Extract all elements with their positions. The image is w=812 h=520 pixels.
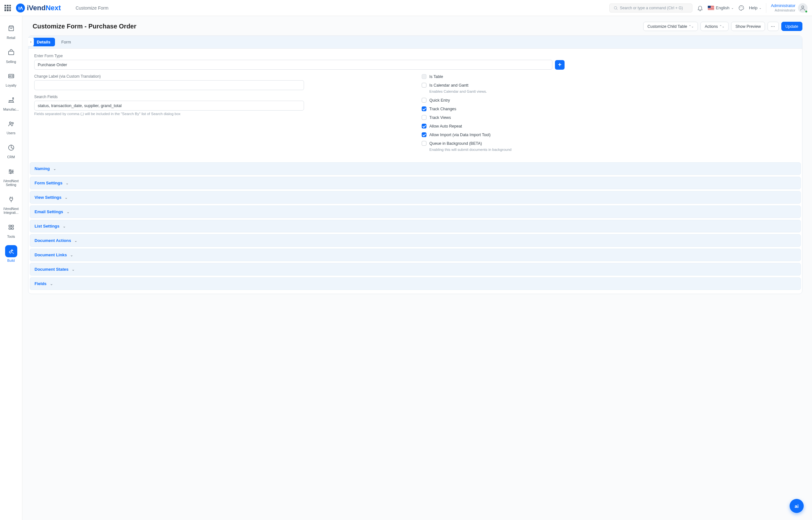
sidebar-item-loyalty[interactable]: Loyalty — [0, 67, 22, 91]
checkbox-quick-entry[interactable] — [422, 98, 427, 103]
checkbox-queue-bg[interactable] — [422, 141, 427, 146]
settings-sliders-icon — [5, 165, 17, 178]
more-menu-button[interactable]: ⋯ — [767, 22, 779, 31]
svg-rect-7 — [8, 51, 14, 55]
section-title: Fields — [34, 281, 47, 286]
check-allow-auto-repeat[interactable]: Allow Auto Repeat — [422, 124, 796, 129]
form-type-input[interactable] — [34, 60, 552, 70]
notifications-icon[interactable] — [697, 5, 703, 11]
checkbox-is-calendar[interactable] — [422, 83, 427, 87]
update-button[interactable]: Update — [781, 22, 803, 31]
section-document-states[interactable]: Document States ⌄ — [30, 263, 801, 276]
checkbox-allow-import[interactable] — [422, 132, 427, 137]
presence-dot-icon — [805, 10, 808, 13]
check-label: Track Views — [429, 115, 451, 120]
sidebar-item-tools[interactable]: Tools — [0, 218, 22, 242]
language-switcher[interactable]: English ⌄ — [708, 5, 734, 10]
btn-label: Actions — [705, 24, 718, 29]
sidebar-item-ivendnext-setting[interactable]: iVendNext Setting — [0, 162, 22, 190]
global-search[interactable]: Search or type a command (Ctrl + G) — [609, 3, 692, 12]
search-fields-help: Fields separated by comma (,) will be in… — [34, 112, 409, 116]
check-is-table: Is Table — [422, 74, 796, 79]
sidebar-item-crm[interactable]: CRM — [0, 138, 22, 162]
plug-icon — [5, 193, 17, 206]
sidebar-item-ivendnext-integrations[interactable]: iVendNext Integrati... — [0, 190, 22, 218]
svg-point-2 — [740, 7, 740, 8]
check-track-views[interactable]: Track Views — [422, 115, 796, 120]
checkbox-track-views[interactable] — [422, 115, 427, 120]
brand-logo[interactable]: ıʌ iVendNext — [16, 3, 61, 12]
topbar: ıʌ iVendNext Customize Form Search or ty… — [0, 0, 812, 16]
apps-grid-icon[interactable] — [4, 5, 11, 11]
checkbox-allow-auto-repeat[interactable] — [422, 124, 427, 129]
selling-icon — [5, 46, 17, 58]
manufacturing-icon — [5, 94, 17, 106]
check-allow-import[interactable]: Allow Import (via Data Import Tool) — [422, 132, 796, 137]
brand-prefix: iVend — [27, 4, 46, 12]
chevron-down-icon: ⌄ — [759, 6, 761, 9]
add-form-type-button[interactable]: + — [555, 60, 564, 70]
section-title: Form Settings — [34, 181, 62, 185]
expand-handle[interactable]: › — [28, 37, 34, 46]
check-track-changes[interactable]: Track Changes — [422, 106, 796, 111]
sidebar-item-build[interactable]: Build — [0, 242, 22, 266]
sidebar-item-label: CRM — [7, 155, 15, 159]
theme-icon[interactable] — [738, 5, 744, 11]
svg-rect-18 — [11, 228, 13, 230]
section-document-links[interactable]: Document Links ⌄ — [30, 249, 801, 261]
section-view-settings[interactable]: View Settings ⌄ — [30, 191, 801, 204]
tab-details[interactable]: Details — [32, 38, 55, 46]
section-naming[interactable]: Naming ⌄ — [30, 162, 801, 175]
search-fields-label: Search Fields — [34, 95, 409, 99]
sidebar-item-manufacturing[interactable]: Manufac... — [0, 91, 22, 115]
sidebar-item-label: iVendNext Setting — [1, 179, 21, 187]
sidebar-item-selling[interactable]: Selling — [0, 43, 22, 67]
svg-point-12 — [9, 170, 10, 171]
sidebar-item-retail[interactable]: Retail — [0, 19, 22, 43]
help-menu[interactable]: Help ⌄ — [749, 5, 762, 10]
section-fields[interactable]: Fields ⌄ — [30, 278, 801, 290]
check-label: Is Calendar and Gantt — [429, 83, 468, 87]
collapsible-sections: Naming ⌄ Form Settings ⌄ View Settings ⌄… — [28, 162, 802, 294]
sidebar-item-label: iVendNext Integrati... — [1, 207, 21, 215]
crm-icon — [5, 141, 17, 154]
section-title: Document Links — [34, 253, 67, 257]
section-list-settings[interactable]: List Settings ⌄ — [30, 220, 801, 232]
customize-child-table-button[interactable]: Customize Child Table ⌃⌄ — [643, 22, 698, 31]
svg-line-1 — [617, 9, 618, 9]
tab-form[interactable]: Form — [57, 38, 75, 46]
check-label: Is Table — [429, 75, 443, 79]
sidebar-item-label: Retail — [7, 36, 15, 40]
section-title: Document Actions — [34, 238, 71, 243]
change-label-input[interactable] — [34, 80, 304, 90]
breadcrumb[interactable]: Customize Form — [75, 5, 108, 10]
loyalty-icon — [5, 70, 17, 82]
section-title: List Settings — [34, 224, 59, 229]
avatar-icon — [800, 5, 806, 11]
ai-assistant-fab[interactable]: ai — [790, 499, 804, 513]
check-is-calendar[interactable]: Is Calendar and Gantt — [422, 83, 796, 87]
tools-icon — [5, 221, 17, 233]
section-document-actions[interactable]: Document Actions ⌄ — [30, 234, 801, 247]
user-role: Administrator — [771, 8, 795, 12]
sidebar-item-users[interactable]: Users — [0, 114, 22, 138]
check-queue-bg[interactable]: Queue in Background (BETA) — [422, 141, 796, 146]
checkbox-track-changes[interactable] — [422, 106, 427, 111]
page-actions: Customize Child Table ⌃⌄ Actions ⌃⌄ Show… — [643, 22, 803, 31]
section-form-settings[interactable]: Form Settings ⌄ — [30, 177, 801, 189]
btn-label: Customize Child Table — [648, 24, 687, 29]
page-title: Customize Form - Purchase Order — [33, 23, 136, 30]
show-preview-button[interactable]: Show Preview — [731, 22, 765, 31]
section-title: Document States — [34, 267, 69, 272]
search-placeholder: Search or type a command (Ctrl + G) — [620, 6, 683, 10]
svg-point-3 — [741, 6, 742, 7]
chevron-down-icon: ⌄ — [67, 210, 70, 214]
section-email-settings[interactable]: Email Settings ⌄ — [30, 206, 801, 218]
actions-button[interactable]: Actions ⌃⌄ — [701, 22, 729, 31]
retail-icon — [5, 22, 17, 34]
check-quick-entry[interactable]: Quick Entry — [422, 98, 796, 103]
svg-rect-15 — [9, 225, 10, 227]
user-menu[interactable]: Administrator Administrator — [766, 3, 808, 13]
help-label: Help — [749, 5, 758, 10]
search-fields-input[interactable] — [34, 101, 304, 110]
